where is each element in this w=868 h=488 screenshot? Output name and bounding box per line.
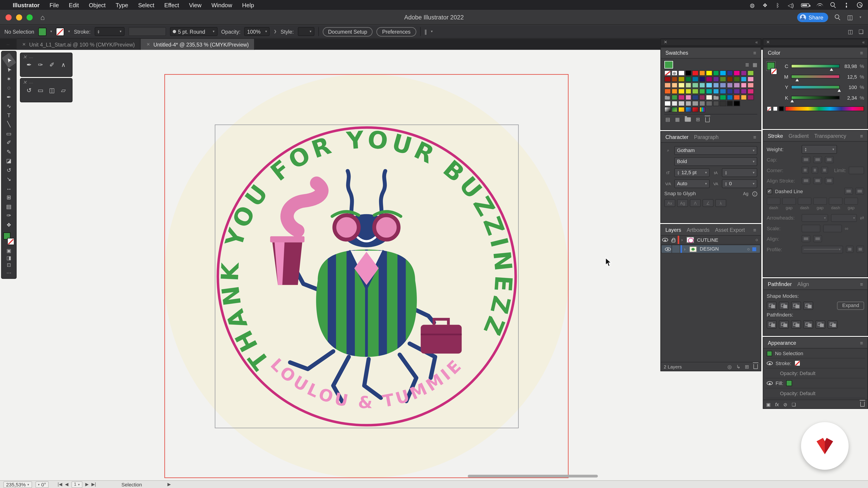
swatch[interactable]: [741, 83, 747, 88]
variable-width-profile[interactable]: [128, 27, 166, 36]
document-tab-2[interactable]: ✕ Untitled-4* @ 235,53 % (CMYK/Preview): [141, 39, 255, 50]
swatch[interactable]: [713, 89, 719, 94]
spotlight-search-icon[interactable]: [830, 2, 836, 8]
new-effect-icon[interactable]: fx: [775, 401, 779, 407]
stroke-color-chip[interactable]: [771, 68, 777, 74]
glyph-snap-button[interactable]: Λ: [690, 199, 701, 207]
stroke-swatch[interactable]: [7, 238, 14, 245]
target-icon[interactable]: ○: [753, 237, 761, 242]
swatch[interactable]: [678, 76, 684, 82]
swatch[interactable]: [726, 70, 733, 76]
new-swatch-icon[interactable]: ⊞: [696, 117, 700, 122]
home-icon[interactable]: ⌂: [40, 13, 45, 22]
tab-gradient[interactable]: Gradient: [788, 133, 809, 139]
delete-item-icon[interactable]: [860, 400, 865, 408]
swatch[interactable]: [747, 89, 754, 94]
glyph-snap-button[interactable]: λ: [715, 199, 726, 207]
swatch[interactable]: [692, 76, 698, 82]
delete-anchor-icon[interactable]: ✐: [46, 60, 57, 70]
swatch[interactable]: [664, 76, 671, 82]
layer-row-design[interactable]: ›DESIGN○: [661, 245, 761, 253]
rotation-dropdown[interactable]: ▾0°: [35, 481, 49, 488]
tab-align[interactable]: Align: [797, 281, 809, 287]
round-join-button[interactable]: [811, 166, 818, 174]
swatch[interactable]: [692, 107, 698, 112]
glyph-snap-button[interactable]: Ax: [664, 199, 675, 207]
menu-view[interactable]: View: [184, 2, 206, 8]
stroke-none-swatch[interactable]: [794, 360, 800, 366]
color-slider-K[interactable]: [791, 96, 840, 100]
swatch[interactable]: [713, 95, 719, 100]
panel-menu-icon[interactable]: ≡: [753, 134, 756, 140]
add-anchor-icon[interactable]: ✑: [35, 60, 46, 70]
preserve-dash-icon[interactable]: [844, 188, 853, 195]
dropbox-icon[interactable]: ❖: [762, 2, 768, 8]
blend-tool[interactable]: ❖: [3, 220, 15, 229]
swatch[interactable]: [741, 70, 747, 76]
style-dropdown[interactable]: ▾: [298, 27, 314, 36]
layer-thumbnail[interactable]: [689, 246, 697, 252]
swatch[interactable]: [671, 70, 677, 76]
kerning-select[interactable]: Auto▾: [674, 179, 710, 188]
shape-mode-intersect[interactable]: [791, 301, 801, 310]
glyph-snap-button[interactable]: ∠: [703, 199, 714, 207]
delete-swatch-icon[interactable]: [705, 116, 710, 122]
battery-icon[interactable]: [801, 3, 809, 7]
duplicate-item-icon[interactable]: ❏: [792, 401, 796, 407]
reflect-icon[interactable]: ◫: [46, 85, 57, 96]
panel-menu-icon[interactable]: ≡: [860, 281, 863, 287]
rectangle-tool[interactable]: ▭: [3, 129, 15, 138]
flip-along-icon[interactable]: [846, 246, 854, 253]
pathfinder-divide[interactable]: [767, 320, 777, 328]
swatch[interactable]: [720, 95, 726, 100]
menu-effect[interactable]: Effect: [159, 2, 184, 8]
draw-inside-icon[interactable]: ⊡: [7, 262, 11, 267]
slider-handle[interactable]: [837, 89, 841, 92]
swatch[interactable]: [706, 89, 712, 94]
draw-normal-icon[interactable]: ▣: [6, 248, 11, 253]
dash-field[interactable]: [767, 197, 780, 205]
layer-row-cutline[interactable]: ›CUTLINE○: [661, 236, 761, 245]
stroke-opacity[interactable]: Opacity: Default: [780, 370, 815, 376]
glyph-snap-button[interactable]: Ag: [677, 199, 688, 207]
slider-handle[interactable]: [796, 78, 799, 81]
document-setup-button[interactable]: Document Setup: [322, 27, 373, 36]
swatch[interactable]: [692, 89, 698, 94]
bluetooth-icon[interactable]: ᛒ: [775, 2, 780, 8]
new-color-group-icon[interactable]: [685, 117, 691, 122]
miter-limit-field[interactable]: [849, 166, 864, 174]
pen-tool[interactable]: ✒: [3, 92, 15, 101]
horizontal-scrollbar[interactable]: [468, 475, 598, 477]
swatch[interactable]: [699, 89, 705, 94]
grid-view-icon[interactable]: ▦: [752, 62, 757, 67]
list-view-icon[interactable]: ≣: [745, 62, 749, 67]
swatch[interactable]: [726, 83, 733, 88]
swatch[interactable]: [726, 89, 733, 94]
swatch[interactable]: [664, 89, 671, 94]
channel-value[interactable]: 83,98: [842, 63, 857, 69]
swatch[interactable]: [671, 76, 677, 82]
libraries-icon[interactable]: ▤: [665, 117, 670, 122]
swatch[interactable]: [671, 107, 677, 112]
tracking-select[interactable]: ▲▼0▾: [722, 179, 757, 188]
menu-file[interactable]: File: [44, 2, 64, 8]
clock-icon[interactable]: [857, 2, 862, 8]
brush-definition-dropdown[interactable]: 5 pt. Round▾: [170, 27, 217, 36]
close-palette-icon[interactable]: ✕: [23, 80, 27, 85]
projecting-cap-button[interactable]: [825, 156, 834, 163]
swatch[interactable]: [747, 95, 754, 100]
swatch[interactable]: [713, 101, 719, 106]
dash-field[interactable]: [798, 197, 811, 205]
swatch[interactable]: [734, 76, 740, 82]
search-icon[interactable]: [835, 14, 840, 20]
control-center-icon[interactable]: [843, 2, 850, 7]
swatch[interactable]: [692, 95, 698, 100]
swatch[interactable]: [741, 95, 747, 100]
tab-artboards[interactable]: Artboards: [687, 227, 710, 233]
swatch[interactable]: [692, 83, 698, 88]
swatch[interactable]: [685, 76, 691, 82]
swatch[interactable]: [692, 70, 698, 76]
clear-appearance-icon[interactable]: ⊘: [783, 401, 787, 407]
edit-toolbar-icon[interactable]: ⋯: [6, 270, 11, 275]
color-slider-C[interactable]: [791, 64, 840, 68]
